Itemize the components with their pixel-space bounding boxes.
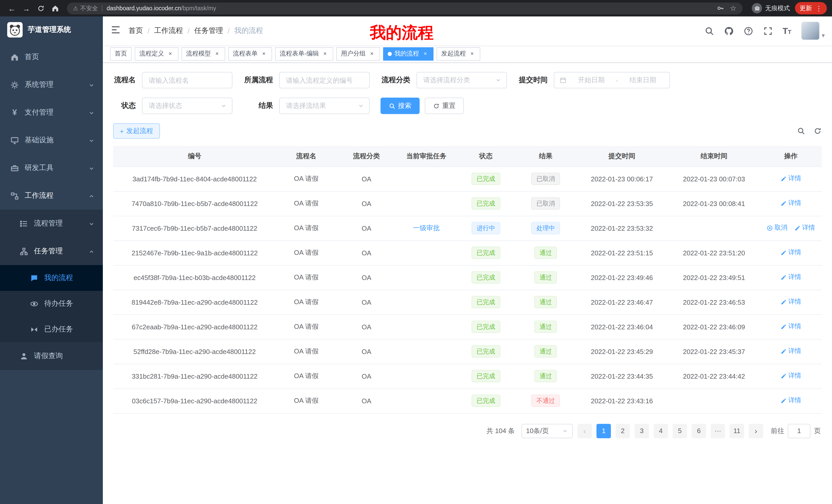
cell-actions: 详情 — [760, 388, 822, 413]
tab-close-icon[interactable]: × — [166, 50, 174, 57]
sidebar-item-infrastructure[interactable]: 基础设施 — [0, 127, 103, 154]
result-badge: 通过 — [535, 370, 557, 382]
sidebar-item-payment[interactable]: ¥ 支付管理 — [0, 99, 103, 127]
detail-link[interactable]: 详情 — [781, 298, 801, 306]
cancel-link[interactable]: 取消 — [767, 224, 787, 232]
owner-process-input[interactable] — [279, 72, 370, 88]
sidebar-item-my-process[interactable]: 我的流程 — [0, 265, 103, 291]
page-size-select[interactable]: 10条/页 — [521, 424, 573, 438]
sidebar-item-done-tasks[interactable]: 已办任务 — [0, 316, 103, 342]
update-button[interactable]: 更新 ⋮ — [795, 2, 827, 15]
chevron-up-icon — [88, 193, 95, 199]
fullscreen-icon[interactable] — [763, 26, 773, 36]
forward-button[interactable]: → — [20, 2, 33, 15]
cell-submit-time: 2022-01-22 23:45:29 — [576, 339, 668, 364]
detail-link[interactable]: 详情 — [781, 248, 801, 257]
chevron-down-icon — [562, 428, 568, 434]
breadcrumb-workflow[interactable]: 工作流程 — [154, 26, 183, 35]
tab[interactable]: 用户分组 × — [336, 47, 380, 60]
github-icon[interactable] — [724, 26, 734, 36]
column-name: 流程名 — [276, 146, 336, 166]
page-button[interactable]: 3 — [634, 424, 649, 438]
status-badge: 已完成 — [471, 345, 500, 358]
page-button[interactable]: 6 — [692, 424, 706, 438]
tab-close-icon[interactable]: × — [422, 50, 429, 57]
tab[interactable]: 流程定义 × — [135, 47, 178, 60]
cell-actions: 详情 — [760, 265, 822, 290]
sidebar-item-system[interactable]: 系统管理 — [0, 71, 103, 99]
tab[interactable]: 我的流程 × — [383, 47, 434, 60]
prev-page-button[interactable]: ‹ — [577, 424, 592, 438]
tab-close-icon[interactable]: × — [368, 50, 375, 57]
page-ellipsis[interactable]: ··· — [711, 424, 725, 438]
create-process-button[interactable]: + 发起流程 — [113, 123, 160, 139]
cell-id: ec45f38f-7b9a-11ec-b03b-acde48001122 — [113, 265, 276, 290]
app-logo-area[interactable]: 芋道管理系统 — [0, 17, 103, 43]
refresh-table-icon[interactable] — [813, 127, 822, 135]
tab[interactable]: 首页 — [110, 47, 132, 60]
sidebar-item-home[interactable]: 首页 — [0, 43, 103, 71]
process-name-input[interactable] — [142, 72, 232, 88]
edit-icon — [781, 176, 787, 182]
reload-button[interactable] — [34, 2, 47, 15]
sidebar-item-todo-tasks[interactable]: 待办任务 — [0, 291, 103, 316]
end-date-placeholder: 结束日期 — [621, 76, 665, 85]
detail-link[interactable]: 详情 — [781, 323, 801, 331]
home-button[interactable] — [48, 2, 62, 15]
tab[interactable]: 流程表单 × — [228, 47, 272, 60]
tab-close-icon[interactable]: × — [468, 50, 476, 57]
sidebar-item-leave-query[interactable]: 请假查询 — [0, 342, 103, 370]
detail-link[interactable]: 详情 — [781, 174, 801, 183]
status-select[interactable]: 请选择状态 — [142, 97, 232, 114]
hamburger-icon[interactable] — [103, 25, 129, 37]
sidebar-item-process-management[interactable]: 流程管理 — [0, 209, 103, 237]
page-button[interactable]: 2 — [616, 424, 630, 438]
detail-link[interactable]: 详情 — [781, 396, 801, 405]
password-key-icon[interactable] — [717, 4, 725, 12]
process-name-label: 流程名 — [113, 76, 136, 85]
tab[interactable]: 流程模型 × — [182, 47, 225, 60]
search-icon[interactable] — [704, 26, 714, 36]
page-button[interactable]: 11 — [730, 424, 744, 438]
back-button[interactable]: ← — [5, 2, 19, 15]
submit-time-range-picker[interactable]: 开始日期 - 结束日期 — [554, 72, 670, 88]
font-size-icon[interactable]: TT — [783, 26, 791, 35]
search-button[interactable]: 搜索 — [381, 97, 420, 114]
reset-button[interactable]: 重置 — [425, 97, 464, 114]
cell-actions: 详情 — [760, 290, 822, 314]
cell-end-time: 2022-01-22 23:51:20 — [668, 241, 760, 265]
user-menu[interactable]: ▾ — [801, 22, 825, 40]
breadcrumb-home[interactable]: 首页 — [129, 26, 143, 35]
detail-link[interactable]: 详情 — [781, 199, 801, 208]
page-button[interactable]: 5 — [673, 424, 687, 438]
breadcrumb-task-management[interactable]: 任务管理 — [194, 26, 223, 35]
result-select[interactable]: 请选择流结果 — [279, 97, 370, 114]
result-badge: 通过 — [535, 247, 557, 259]
current-task-link[interactable]: 一级审批 — [413, 224, 440, 232]
sidebar-item-devtools[interactable]: 研发工具 — [0, 154, 103, 182]
detail-link[interactable]: 详情 — [795, 224, 815, 232]
cell-id: 2152467e-7b9b-11ec-9a1b-acde48001122 — [113, 241, 276, 265]
page-button[interactable]: 1 — [597, 424, 611, 438]
address-bar[interactable]: ⚠ 不安全 dashboard.yudao.iocoder.cn/bpm/tas… — [67, 2, 743, 14]
page-button[interactable]: 4 — [654, 424, 668, 438]
browser-menu-icon[interactable]: ⋮ — [815, 4, 822, 12]
cell-current-task — [396, 290, 456, 314]
help-icon[interactable] — [744, 26, 753, 36]
toggle-search-icon[interactable] — [797, 127, 805, 135]
detail-link[interactable]: 详情 — [781, 372, 801, 381]
bookmark-star-icon[interactable]: ☆ — [730, 4, 736, 12]
tab-close-icon[interactable]: × — [213, 50, 220, 57]
tab-close-icon[interactable]: × — [260, 50, 267, 57]
tab[interactable]: 流程表单-编辑 × — [275, 47, 333, 60]
detail-link[interactable]: 详情 — [781, 273, 801, 282]
tab[interactable]: 发起流程 × — [437, 47, 480, 60]
detail-link[interactable]: 详情 — [781, 347, 801, 356]
sidebar-item-workflow[interactable]: 工作流程 — [0, 182, 103, 209]
next-page-button[interactable]: › — [749, 424, 763, 438]
goto-page-input[interactable] — [788, 424, 810, 438]
cell-result: 通过 — [516, 265, 576, 290]
tab-close-icon[interactable]: × — [321, 50, 329, 57]
sidebar-item-task-management[interactable]: 任务管理 — [0, 237, 103, 265]
category-select[interactable]: 请选择流程分类 — [417, 72, 507, 88]
